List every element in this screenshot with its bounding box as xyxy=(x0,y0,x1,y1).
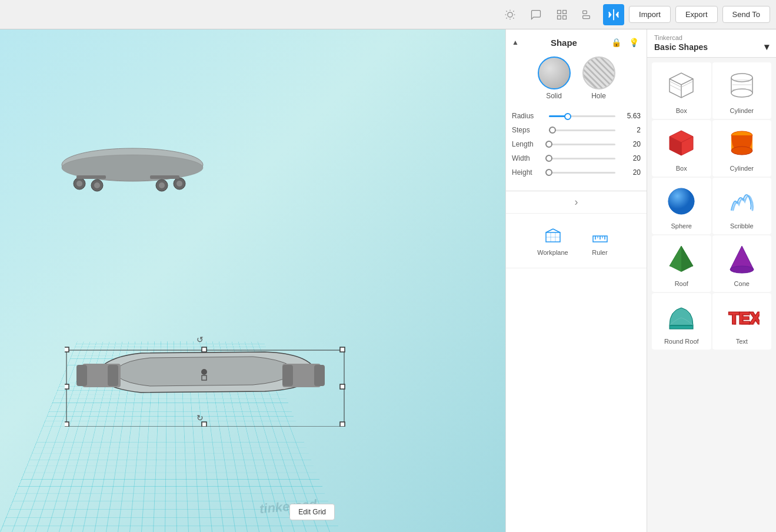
export-button[interactable]: Export xyxy=(675,6,718,23)
svg-rect-37 xyxy=(65,347,69,352)
svg-rect-26 xyxy=(76,175,106,179)
shape-label-roof: Roof xyxy=(675,280,688,287)
skateboard-top[interactable] xyxy=(47,147,224,194)
svg-rect-11 xyxy=(558,15,561,19)
shapes-category-arrow[interactable]: ▾ xyxy=(764,41,769,52)
radius-value: 5.63 xyxy=(620,112,641,120)
shape-img-cone xyxy=(723,240,761,278)
shape-title: Shape xyxy=(551,38,577,48)
canvas-area[interactable]: ↺ ↻ tinkercad Edit Grid xyxy=(0,29,505,532)
length-thumb[interactable] xyxy=(545,141,552,148)
shape-label-text-3d: Text xyxy=(736,338,748,345)
shape-item-cylinder-wire[interactable]: Cylinder xyxy=(712,62,772,119)
svg-text:↻: ↻ xyxy=(197,413,204,423)
svg-point-21 xyxy=(176,181,182,187)
lock-icon[interactable]: 🔒 xyxy=(609,35,623,49)
shape-item-scribble[interactable]: Scribble xyxy=(712,178,772,234)
shapes-header: Tinkercad Basic Shapes ▾ xyxy=(647,29,776,58)
steps-slider[interactable] xyxy=(549,129,615,131)
svg-line-8 xyxy=(513,11,514,11)
svg-text:TEXT: TEXT xyxy=(730,310,760,328)
shape-properties-panel: ▲ Shape 🔒 💡 Solid Hole xyxy=(505,29,647,532)
import-button[interactable]: Import xyxy=(629,6,671,23)
right-panels: ▲ Shape 🔒 💡 Solid Hole xyxy=(505,29,776,532)
info-icon[interactable]: 💡 xyxy=(627,35,641,49)
mirror-icon[interactable] xyxy=(603,4,624,25)
steps-slider-container[interactable] xyxy=(549,129,615,131)
shape-item-cylinder-orange[interactable]: Cylinder xyxy=(712,120,772,177)
solid-option[interactable]: Solid xyxy=(538,56,571,100)
svg-line-7 xyxy=(507,18,507,18)
view-icons xyxy=(499,4,624,25)
radius-slider[interactable] xyxy=(549,115,615,117)
svg-point-34 xyxy=(201,369,207,375)
shape-label-cone: Cone xyxy=(734,280,750,287)
shape-item-round-roof[interactable]: Round Roof xyxy=(652,293,711,350)
shapes-category: Basic Shapes ▾ xyxy=(654,41,769,52)
svg-rect-39 xyxy=(340,347,345,352)
radius-label: Radius xyxy=(512,112,544,120)
workplane-button[interactable]: Workplane xyxy=(534,221,572,261)
width-thumb[interactable] xyxy=(545,155,552,162)
shape-label-round-roof: Round Roof xyxy=(664,338,699,345)
height-value: 20 xyxy=(620,168,641,177)
hole-option[interactable]: Hole xyxy=(582,56,615,100)
shape-item-roof[interactable]: Roof xyxy=(652,235,711,292)
shapes-grid: Box xyxy=(647,58,776,354)
svg-line-3 xyxy=(507,11,507,11)
collapse-icon[interactable]: ▲ xyxy=(512,38,519,46)
width-slider-container[interactable] xyxy=(549,158,615,159)
workplane-ruler-section: Workplane Ruler xyxy=(506,214,647,268)
radius-thumb[interactable] xyxy=(564,113,571,120)
shape-label-sphere: Sphere xyxy=(671,222,692,230)
svg-rect-31 xyxy=(108,365,118,386)
radius-slider-container[interactable] xyxy=(549,115,615,117)
comment-icon[interactable] xyxy=(525,4,547,25)
shape-item-text-3d[interactable]: TEXT TEXT Text xyxy=(712,293,772,350)
svg-point-63 xyxy=(731,74,752,82)
svg-rect-43 xyxy=(65,384,69,389)
shape-img-box-red xyxy=(662,125,700,162)
grid3d-icon[interactable] xyxy=(551,4,572,25)
shape-options: Solid Hole xyxy=(512,56,641,100)
svg-rect-38 xyxy=(202,347,207,352)
height-slider-container[interactable] xyxy=(549,172,615,174)
length-label: Length xyxy=(512,140,544,148)
shape-item-cone[interactable]: Cone xyxy=(712,235,772,292)
shapes-source: Tinkercad xyxy=(654,34,769,41)
length-value: 20 xyxy=(620,140,641,148)
svg-point-19 xyxy=(76,181,82,187)
length-slider[interactable] xyxy=(549,144,615,145)
shape-item-box-red[interactable]: Box xyxy=(652,120,711,177)
width-slider[interactable] xyxy=(549,158,615,159)
length-slider-container[interactable] xyxy=(549,144,615,145)
align-icon[interactable] xyxy=(577,4,598,25)
svg-line-61 xyxy=(670,85,681,91)
light-icon[interactable] xyxy=(499,4,521,25)
svg-rect-42 xyxy=(340,422,345,427)
collapse-panel[interactable]: › xyxy=(506,191,647,214)
svg-line-49 xyxy=(553,229,560,232)
steps-thumb[interactable] xyxy=(549,127,556,134)
shape-panel: ▲ Shape 🔒 💡 Solid Hole xyxy=(506,29,647,191)
radius-row: Radius 5.63 xyxy=(512,112,641,120)
svg-rect-41 xyxy=(202,422,207,427)
shape-header-icons: 🔒 💡 xyxy=(609,35,641,49)
steps-value: 2 xyxy=(620,126,641,134)
skateboard-bottom-selected[interactable]: ↺ ↻ xyxy=(65,318,347,424)
shape-item-box-wire[interactable]: Box xyxy=(652,62,711,119)
shape-label-box-red: Box xyxy=(676,165,687,172)
ruler-label: Ruler xyxy=(592,249,607,256)
edit-grid-button[interactable]: Edit Grid xyxy=(289,504,335,520)
workplane-label: Workplane xyxy=(537,249,568,256)
ruler-button[interactable]: Ruler xyxy=(581,221,619,261)
shape-item-sphere[interactable]: Sphere xyxy=(652,178,711,234)
svg-rect-14 xyxy=(583,15,590,18)
svg-marker-78 xyxy=(670,246,681,272)
height-slider[interactable] xyxy=(549,172,615,174)
canvas-content: ↺ ↻ xyxy=(0,29,341,532)
svg-rect-10 xyxy=(563,10,567,14)
height-thumb[interactable] xyxy=(545,169,552,176)
svg-line-4 xyxy=(513,18,514,18)
sendto-button[interactable]: Send To xyxy=(722,6,770,23)
